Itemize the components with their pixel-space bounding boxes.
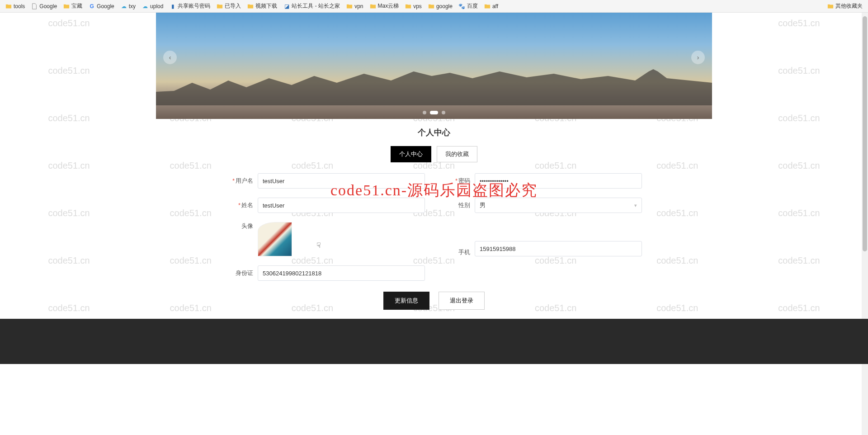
carousel-next-button[interactable]: ›: [691, 51, 705, 64]
page-title: 个人中心: [0, 127, 868, 138]
bookmarks-bar: tools Google 宝藏 GGoogle ☁txy ☁uplod ▮共享账…: [0, 0, 868, 13]
bookmark-uplod[interactable]: ☁uplod: [139, 2, 166, 10]
profile-form: *用户名 *密码 *姓名 性别 男: [226, 173, 642, 310]
bookmark-shared-accounts[interactable]: ▮共享账号密码: [167, 1, 213, 11]
username-label: *用户名: [226, 177, 258, 185]
avatar-label: 头像: [226, 222, 258, 230]
bookmark-vps[interactable]: vps: [402, 2, 425, 10]
logout-button[interactable]: 退出登录: [439, 292, 485, 310]
tabs: 个人中心 我的收藏: [0, 146, 868, 162]
folder-icon: [484, 3, 491, 9]
bookmark-aff[interactable]: aff: [481, 2, 501, 10]
bookmark-google-page[interactable]: Google: [28, 2, 60, 10]
folder-icon: [217, 3, 223, 9]
gender-select[interactable]: 男 ▾: [475, 198, 642, 213]
skyline-graphic: [156, 69, 712, 105]
gender-label: 性别: [443, 201, 475, 209]
bookmark-baidu[interactable]: 🐾百度: [456, 1, 481, 11]
app-icon: ▮: [170, 3, 176, 9]
bookmark-other[interactable]: 其他收藏夹: [825, 1, 865, 11]
google-icon: G: [89, 3, 95, 9]
folder-icon: [428, 3, 434, 9]
update-button[interactable]: 更新信息: [383, 292, 429, 310]
page-footer: [0, 319, 868, 364]
folder-icon: [63, 3, 70, 9]
baidu-icon: 🐾: [459, 3, 465, 9]
carousel-prev-button[interactable]: ‹: [163, 51, 177, 64]
banner-carousel: ‹ ›: [156, 13, 712, 119]
bookmark-video-download[interactable]: 视频下载: [245, 1, 280, 11]
app-icon: ◪: [283, 3, 290, 9]
cloud-icon: ☁: [121, 3, 127, 9]
cloud-icon: ☁: [142, 3, 148, 9]
carousel-dot[interactable]: [423, 111, 426, 114]
folder-icon: [370, 3, 376, 9]
tab-favorites[interactable]: 我的收藏: [437, 146, 477, 162]
bookmark-zhanzhang[interactable]: ◪站长工具 - 站长之家: [281, 1, 343, 11]
tab-profile[interactable]: 个人中心: [391, 146, 431, 162]
avatar-upload[interactable]: [258, 222, 292, 256]
carousel-dot[interactable]: [442, 111, 445, 114]
folder-icon: [405, 3, 411, 9]
bookmark-imported[interactable]: 已导入: [214, 1, 244, 11]
realname-label: *姓名: [226, 201, 258, 209]
password-input[interactable]: [475, 173, 642, 189]
bookmark-max[interactable]: Max云梯: [367, 1, 402, 11]
bookmark-txy[interactable]: ☁txy: [118, 2, 138, 10]
realname-input[interactable]: [258, 198, 425, 213]
bookmark-tools[interactable]: tools: [3, 2, 28, 10]
phone-input[interactable]: [475, 241, 642, 256]
idcard-input[interactable]: [258, 265, 425, 281]
idcard-label: 身份证: [226, 269, 258, 277]
bookmark-baozang[interactable]: 宝藏: [61, 1, 85, 11]
carousel-dot-active[interactable]: [430, 111, 438, 114]
bookmark-google-g[interactable]: GGoogle: [86, 2, 117, 10]
folder-icon: [827, 3, 834, 9]
folder-icon: [5, 3, 12, 9]
bookmark-vpn[interactable]: vpn: [344, 2, 366, 10]
password-label: *密码: [443, 177, 475, 185]
carousel-dots: [423, 111, 445, 114]
chevron-down-icon: ▾: [634, 203, 637, 208]
phone-label: 手机: [443, 248, 475, 256]
folder-icon: [346, 3, 353, 9]
page-icon: [31, 3, 38, 9]
username-input[interactable]: [258, 173, 425, 189]
bookmark-google-folder[interactable]: google: [425, 2, 455, 10]
folder-icon: [247, 3, 254, 9]
